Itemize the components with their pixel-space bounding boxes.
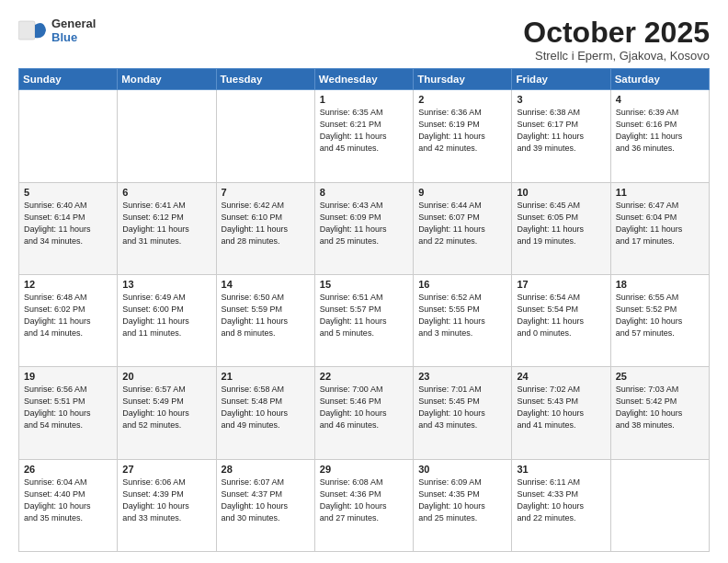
calendar-cell: 18Sunrise: 6:55 AM Sunset: 5:52 PM Dayli… [610, 274, 709, 366]
day-info: Sunrise: 6:54 AM Sunset: 5:54 PM Dayligh… [517, 292, 605, 339]
day-number: 25 [616, 371, 704, 382]
day-info: Sunrise: 7:03 AM Sunset: 5:42 PM Dayligh… [616, 384, 704, 431]
calendar-cell: 24Sunrise: 7:02 AM Sunset: 5:43 PM Dayli… [512, 367, 610, 459]
logo-icon [18, 17, 48, 43]
day-info: Sunrise: 6:48 AM Sunset: 6:02 PM Dayligh… [24, 292, 112, 339]
day-info: Sunrise: 6:36 AM Sunset: 6:19 PM Dayligh… [418, 107, 506, 155]
day-info: Sunrise: 6:38 AM Sunset: 6:17 PM Dayligh… [517, 107, 605, 155]
day-number: 14 [222, 279, 310, 290]
day-info: Sunrise: 6:49 AM Sunset: 6:00 PM Dayligh… [122, 292, 210, 339]
calendar-cell: 20Sunrise: 6:57 AM Sunset: 5:49 PM Dayli… [118, 367, 216, 459]
day-number: 6 [122, 187, 210, 198]
day-info: Sunrise: 6:08 AM Sunset: 4:36 PM Dayligh… [320, 477, 408, 524]
calendar-cell [216, 90, 314, 182]
calendar-cell: 23Sunrise: 7:01 AM Sunset: 5:45 PM Dayli… [414, 367, 512, 459]
day-info: Sunrise: 7:00 AM Sunset: 5:46 PM Dayligh… [320, 384, 408, 431]
day-number: 27 [122, 464, 210, 475]
calendar-cell: 17Sunrise: 6:54 AM Sunset: 5:54 PM Dayli… [512, 274, 610, 366]
calendar-cell: 30Sunrise: 6:09 AM Sunset: 4:35 PM Dayli… [414, 459, 512, 551]
calendar-cell: 15Sunrise: 6:51 AM Sunset: 5:57 PM Dayli… [314, 274, 413, 366]
calendar-cell: 16Sunrise: 6:52 AM Sunset: 5:55 PM Dayli… [414, 274, 512, 366]
day-info: Sunrise: 6:41 AM Sunset: 6:12 PM Dayligh… [122, 200, 210, 247]
calendar-header-row: Sunday Monday Tuesday Wednesday Thursday… [19, 69, 710, 90]
calendar-week-2: 5Sunrise: 6:40 AM Sunset: 6:14 PM Daylig… [19, 182, 710, 274]
day-info: Sunrise: 6:58 AM Sunset: 5:48 PM Dayligh… [222, 384, 310, 431]
svg-rect-0 [18, 21, 35, 40]
day-number: 21 [222, 371, 310, 382]
day-number: 11 [616, 187, 704, 198]
calendar-cell: 3Sunrise: 6:38 AM Sunset: 6:17 PM Daylig… [512, 90, 610, 182]
day-number: 22 [320, 371, 408, 382]
col-monday: Monday [118, 69, 216, 90]
calendar-cell [19, 90, 118, 182]
col-tuesday: Tuesday [216, 69, 314, 90]
calendar-cell: 27Sunrise: 6:06 AM Sunset: 4:39 PM Dayli… [118, 459, 216, 551]
day-number: 4 [616, 94, 704, 105]
calendar-page: General Blue October 2025 Strellc i Eper… [0, 0, 728, 563]
col-sunday: Sunday [19, 69, 118, 90]
day-number: 13 [122, 279, 210, 290]
day-number: 12 [24, 279, 112, 290]
calendar-cell: 4Sunrise: 6:39 AM Sunset: 6:16 PM Daylig… [610, 90, 709, 182]
day-number: 3 [517, 94, 605, 105]
calendar-cell: 2Sunrise: 6:36 AM Sunset: 6:19 PM Daylig… [414, 90, 512, 182]
col-thursday: Thursday [414, 69, 512, 90]
day-number: 18 [616, 279, 704, 290]
header: General Blue October 2025 Strellc i Eper… [18, 17, 710, 63]
calendar-week-3: 12Sunrise: 6:48 AM Sunset: 6:02 PM Dayli… [19, 274, 710, 366]
calendar-cell: 25Sunrise: 7:03 AM Sunset: 5:42 PM Dayli… [610, 367, 709, 459]
day-info: Sunrise: 6:44 AM Sunset: 6:07 PM Dayligh… [418, 200, 506, 247]
calendar-table: Sunday Monday Tuesday Wednesday Thursday… [18, 68, 710, 552]
day-info: Sunrise: 6:04 AM Sunset: 4:40 PM Dayligh… [24, 477, 112, 524]
calendar-cell: 5Sunrise: 6:40 AM Sunset: 6:14 PM Daylig… [19, 182, 118, 274]
day-number: 2 [418, 94, 506, 105]
calendar-cell: 8Sunrise: 6:43 AM Sunset: 6:09 PM Daylig… [314, 182, 413, 274]
calendar-cell: 26Sunrise: 6:04 AM Sunset: 4:40 PM Dayli… [19, 459, 118, 551]
logo-text-blue: Blue [51, 30, 96, 44]
day-number: 28 [222, 464, 310, 475]
day-info: Sunrise: 6:55 AM Sunset: 5:52 PM Dayligh… [616, 292, 704, 339]
logo-text-general: General [51, 17, 96, 30]
day-info: Sunrise: 6:42 AM Sunset: 6:10 PM Dayligh… [222, 200, 310, 247]
calendar-cell: 31Sunrise: 6:11 AM Sunset: 4:33 PM Dayli… [512, 459, 610, 551]
day-info: Sunrise: 6:56 AM Sunset: 5:51 PM Dayligh… [24, 384, 112, 431]
logo: General Blue [18, 17, 96, 44]
calendar-cell [610, 459, 709, 551]
col-saturday: Saturday [610, 69, 709, 90]
calendar-cell: 12Sunrise: 6:48 AM Sunset: 6:02 PM Dayli… [19, 274, 118, 366]
col-friday: Friday [512, 69, 610, 90]
calendar-cell: 11Sunrise: 6:47 AM Sunset: 6:04 PM Dayli… [610, 182, 709, 274]
day-info: Sunrise: 6:57 AM Sunset: 5:49 PM Dayligh… [122, 384, 210, 431]
month-title: October 2025 [523, 17, 710, 49]
day-number: 5 [24, 187, 112, 198]
calendar-cell: 10Sunrise: 6:45 AM Sunset: 6:05 PM Dayli… [512, 182, 610, 274]
calendar-cell: 1Sunrise: 6:35 AM Sunset: 6:21 PM Daylig… [314, 90, 413, 182]
day-number: 23 [418, 371, 506, 382]
day-number: 15 [320, 279, 408, 290]
calendar-cell: 28Sunrise: 6:07 AM Sunset: 4:37 PM Dayli… [216, 459, 314, 551]
calendar-cell: 14Sunrise: 6:50 AM Sunset: 5:59 PM Dayli… [216, 274, 314, 366]
day-number: 16 [418, 279, 506, 290]
day-number: 24 [517, 371, 605, 382]
day-info: Sunrise: 6:40 AM Sunset: 6:14 PM Dayligh… [24, 200, 112, 247]
day-info: Sunrise: 6:45 AM Sunset: 6:05 PM Dayligh… [517, 200, 605, 247]
day-info: Sunrise: 6:07 AM Sunset: 4:37 PM Dayligh… [222, 477, 310, 524]
day-info: Sunrise: 7:02 AM Sunset: 5:43 PM Dayligh… [517, 384, 605, 431]
calendar-cell: 22Sunrise: 7:00 AM Sunset: 5:46 PM Dayli… [314, 367, 413, 459]
day-number: 9 [418, 187, 506, 198]
day-info: Sunrise: 6:35 AM Sunset: 6:21 PM Dayligh… [320, 107, 408, 155]
day-number: 29 [320, 464, 408, 475]
day-info: Sunrise: 6:39 AM Sunset: 6:16 PM Dayligh… [616, 107, 704, 155]
day-number: 17 [517, 279, 605, 290]
day-info: Sunrise: 7:01 AM Sunset: 5:45 PM Dayligh… [418, 384, 506, 431]
calendar-cell: 19Sunrise: 6:56 AM Sunset: 5:51 PM Dayli… [19, 367, 118, 459]
location-subtitle: Strellc i Eperm, Gjakova, Kosovo [523, 49, 710, 63]
day-number: 19 [24, 371, 112, 382]
day-info: Sunrise: 6:52 AM Sunset: 5:55 PM Dayligh… [418, 292, 506, 339]
calendar-cell: 9Sunrise: 6:44 AM Sunset: 6:07 PM Daylig… [414, 182, 512, 274]
calendar-cell: 13Sunrise: 6:49 AM Sunset: 6:00 PM Dayli… [118, 274, 216, 366]
calendar-cell: 6Sunrise: 6:41 AM Sunset: 6:12 PM Daylig… [118, 182, 216, 274]
calendar-cell: 29Sunrise: 6:08 AM Sunset: 4:36 PM Dayli… [314, 459, 413, 551]
day-number: 20 [122, 371, 210, 382]
day-number: 1 [320, 94, 408, 105]
